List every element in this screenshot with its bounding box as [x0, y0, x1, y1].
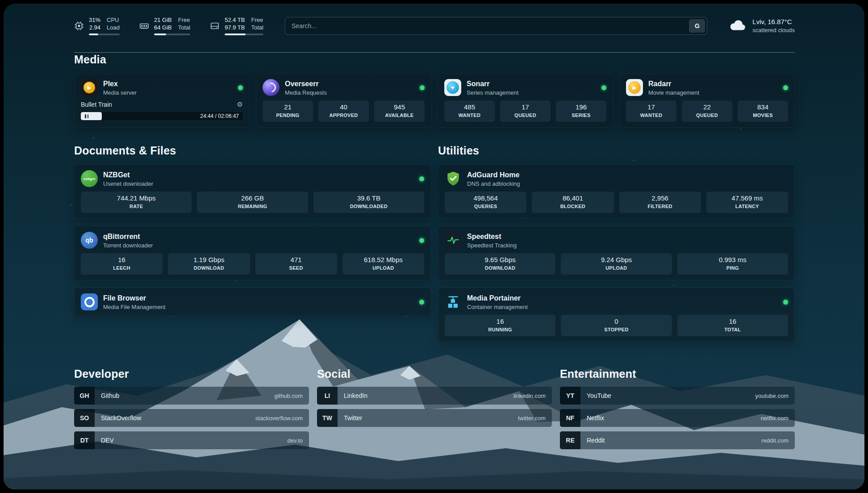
bookmark-abbr: TW: [317, 409, 338, 427]
app-subtitle: Usenet downloader: [103, 180, 153, 187]
stat-pending: 21 PENDING: [263, 100, 313, 122]
cpu-widget: 31% 2.94 CPU Load: [74, 16, 120, 35]
memory-total-value: 64 GiB: [154, 24, 172, 31]
bookmark-linkedin[interactable]: LI LinkedIn linkedin.com: [317, 387, 552, 405]
disk-widget: 52.4 TB 97.9 TB Free Total: [210, 16, 263, 35]
stat-queued: 17 QUEUED: [500, 100, 551, 122]
bookmark-reddit[interactable]: RE Reddit reddit.com: [560, 431, 795, 449]
developer-bookmarks: Developer GH Github github.com SO StackO…: [74, 367, 309, 449]
app-title: AdGuard Home: [467, 171, 520, 179]
stat-download: 9.65 Gbps DOWNLOAD: [445, 253, 555, 275]
status-dot: [420, 85, 425, 90]
cpu-bar: [89, 33, 120, 35]
pause-icon[interactable]: [85, 114, 88, 118]
stat-ping: 0.993 ms PING: [677, 253, 788, 275]
app-title: File Browser: [103, 294, 165, 302]
disk-bar: [225, 33, 263, 35]
bookmark-abbr: NF: [560, 409, 580, 427]
app-subtitle: Container management: [467, 304, 528, 310]
stat-upload: 618.52 Mbps UPLOAD: [342, 253, 424, 275]
bookmark-netflix[interactable]: NF Netflix netflix.com: [560, 409, 795, 427]
bookmark-abbr: SO: [74, 409, 95, 427]
app-title: Sonarr: [467, 79, 518, 88]
radarr-icon: ▶: [626, 79, 643, 96]
weather-widget: Lviv, 16.87°C scattered clouds: [728, 18, 795, 33]
stat-stopped: 0 STOPPED: [561, 315, 672, 336]
adguard-shield-icon: [445, 170, 462, 187]
app-card-radarr[interactable]: ▶ Radarr Movie management 17 WANTED 22 Q…: [619, 73, 795, 128]
playback-time: 24:44 / 02:06:47: [200, 113, 239, 119]
now-playing-title: Bullet Train: [81, 101, 112, 108]
status-dot: [419, 300, 424, 305]
app-card-qbittorrent[interactable]: qb qBittorrent Torrent downloader 16 LEE…: [74, 226, 431, 280]
app-subtitle: Media Requests: [285, 89, 327, 96]
bookmark-github[interactable]: GH Github github.com: [74, 387, 309, 405]
settings-gear-icon[interactable]: ⚙: [237, 101, 243, 108]
dashboard: 31% 2.94 CPU Load: [4, 4, 864, 489]
app-subtitle: Media File Management: [103, 304, 165, 310]
status-dot: [419, 238, 424, 243]
app-title: Speedtest: [467, 232, 517, 241]
stat-queued: 22 QUEUED: [682, 100, 732, 122]
disk-total-value: 97.9 TB: [225, 24, 245, 31]
bookmark-url: github.com: [274, 393, 303, 399]
bookmark-twitter[interactable]: TW Twitter twitter.com: [317, 409, 552, 427]
app-card-portainer[interactable]: Media Portainer Container management 16 …: [438, 288, 795, 342]
app-card-adguard[interactable]: AdGuard Home DNS and adblocking 498,564 …: [438, 164, 795, 219]
app-card-filebrowser[interactable]: File Browser Media File Management: [74, 288, 431, 316]
stat-remaining: 266 GB REMAINING: [197, 192, 308, 213]
weather-location: Lviv, 16.87°C: [752, 18, 795, 25]
bookmark-abbr: GH: [74, 387, 95, 405]
filebrowser-icon: [81, 293, 98, 310]
cpu-chip-icon: [74, 21, 84, 31]
search-engine-button[interactable]: G: [689, 19, 705, 33]
search-bar[interactable]: G: [285, 17, 707, 35]
stat-rate: 744.21 Mbps RATE: [81, 192, 192, 213]
app-card-overseerr[interactable]: Overseerr Media Requests 21 PENDING 40 A…: [256, 73, 431, 128]
status-dot: [238, 85, 243, 90]
bookmark-url: dev.to: [288, 437, 303, 444]
bookmark-abbr: DT: [74, 431, 95, 449]
app-title: Plex: [103, 79, 137, 88]
app-title: Media Portainer: [467, 294, 528, 302]
app-card-sonarr[interactable]: ➤ Sonarr Series management 485 WANTED 17…: [438, 73, 613, 128]
top-bar: 31% 2.94 CPU Load: [74, 16, 795, 35]
plex-icon: ▶: [81, 79, 98, 96]
stat-wanted: 485 WANTED: [444, 100, 495, 122]
memory-free-value: 21 GiB: [154, 16, 172, 24]
bookmark-stackoverflow[interactable]: SO StackOverflow stackoverflow.com: [74, 409, 309, 427]
utilities-column: Utilities: [438, 144, 795, 342]
playback-progress-bar[interactable]: 24:44 / 02:06:47: [81, 112, 243, 120]
memory-total-label: Total: [178, 24, 190, 31]
app-title: qBittorrent: [103, 232, 153, 241]
stat-filtered: 2,956 FILTERED: [619, 192, 701, 213]
app-title: Radarr: [648, 79, 699, 88]
bookmark-abbr: LI: [317, 387, 338, 405]
speedtest-pulse-icon: [445, 232, 462, 249]
bookmark-dev[interactable]: DT DEV dev.to: [74, 431, 309, 449]
stat-latency: 47.569 ms LATENCY: [706, 192, 788, 213]
app-title: NZBGet: [103, 171, 153, 179]
stat-wanted: 17 WANTED: [626, 100, 676, 122]
bookmark-abbr: YT: [560, 387, 580, 405]
status-dot: [783, 300, 788, 305]
hard-drive-icon: [210, 21, 220, 31]
search-input[interactable]: [285, 22, 689, 29]
bookmark-label: Netflix: [587, 414, 604, 422]
app-card-speedtest[interactable]: Speedtest Speedtest Tracking 9.65 Gbps D…: [438, 226, 795, 280]
section-title-media: Media: [74, 53, 795, 66]
app-card-nzbget[interactable]: nzbget NZBGet Usenet downloader 744.21 M…: [74, 164, 431, 219]
bookmark-url: linkedin.com: [513, 393, 546, 399]
stat-leech: 16 LEECH: [81, 253, 163, 275]
stat-downloaded: 39.6 TB DOWNLOADED: [313, 192, 424, 213]
bookmark-youtube[interactable]: YT YouTube youtube.com: [560, 387, 795, 405]
cpu-label: CPU: [107, 16, 119, 24]
bookmark-label: DEV: [101, 437, 114, 444]
stat-running: 16 RUNNING: [445, 315, 555, 336]
app-card-plex[interactable]: ▶ Plex Media server Bullet Train ⚙ 24:44…: [74, 73, 250, 128]
qbittorrent-icon: qb: [81, 232, 98, 249]
status-dot: [419, 176, 424, 181]
stat-blocked: 86,401 BLOCKED: [532, 192, 613, 213]
stat-movies: 834 MOVIES: [738, 100, 788, 122]
disk-total-label: Total: [251, 24, 263, 31]
